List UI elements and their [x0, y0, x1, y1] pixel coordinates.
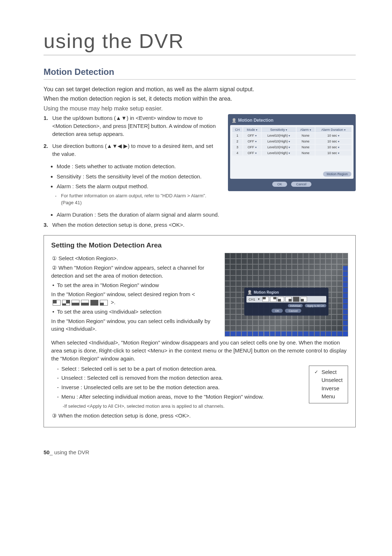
chapter-title: using the DVR — [44, 29, 356, 55]
motion-detection-table: CH Mode Sensitivity Alarm Alarm Duration… — [232, 126, 352, 156]
page-sep: _ — [50, 449, 53, 455]
page-footer: 50_ using the DVR — [44, 449, 356, 455]
inset-p1b: >. — [111, 299, 115, 305]
selected-row — [225, 331, 348, 337]
th-mode[interactable]: Mode — [243, 127, 261, 132]
th-sensitivity[interactable]: Sensitivity — [262, 127, 296, 132]
cell-alarm: None — [297, 150, 315, 156]
inset-p3: When selected <Individual>, "Motion Regi… — [51, 339, 348, 362]
dialog-title: Motion Detection — [238, 118, 273, 123]
inset-p1: In the "Motion Region" window, select de… — [51, 290, 216, 306]
shape-bottom-left-icon — [100, 300, 108, 306]
intro-line-2: When the motion detection region is set,… — [44, 95, 356, 103]
person-icon — [247, 290, 252, 294]
inset-step-1-text: Select <Motion Region>. — [58, 255, 118, 261]
dash-menu: Menu : After selecting individual motion… — [57, 393, 348, 401]
ok-button[interactable]: OK — [272, 182, 287, 187]
step-2: 2. Use direction buttons (▲▼◀ ▶) to move… — [44, 142, 219, 158]
cell-alarm: None — [297, 139, 315, 144]
inset-step-2: ②When "Motion Region" window appears, se… — [51, 264, 216, 280]
cell-alarm: None — [297, 133, 315, 138]
motion-region-button[interactable]: Motion Region — [323, 172, 351, 177]
circled-2: ② — [51, 264, 57, 272]
intro-note: Using the mouse may help make setup easi… — [44, 105, 356, 113]
cell-mode[interactable]: OFF — [243, 150, 261, 156]
inset-bullet-2: •To set the area using <Individual> sele… — [51, 308, 216, 316]
dash-inverse: Inverse : Unselected cells are set to be… — [57, 383, 348, 391]
apply-all-sub-note: If selected <Apply to All CH>, selected … — [51, 403, 348, 410]
cell-alarm: None — [297, 145, 315, 150]
inset-step-3-text: When the motion detection setup is done,… — [58, 412, 191, 419]
region-shape-icons — [53, 300, 108, 306]
alarm-sub-note: For further information on alarm output,… — [44, 193, 219, 206]
shape-top-left-icon — [53, 300, 61, 306]
mr-channel-label: CH1 — [249, 297, 255, 301]
step-1-text: Use the up/down buttons (▲▼) in <Event> … — [52, 115, 216, 137]
inset-bullet-2-text: To set the area using <Individual> selec… — [57, 309, 162, 315]
cell-sens[interactable]: Level10(High) — [262, 133, 296, 138]
step-3-num: 3. — [44, 221, 48, 229]
cell-ch: 3 — [232, 145, 242, 150]
footer-text: using the DVR — [53, 449, 89, 455]
th-ch: CH — [232, 127, 242, 132]
cell-ch: 1 — [232, 133, 242, 138]
step-1: 1. Use the up/down buttons (▲▼) in <Even… — [44, 114, 219, 138]
inset-step-2-text: When "Motion Region" window appears, sel… — [51, 265, 204, 279]
intro-line-1: You can set target detection region and … — [44, 85, 356, 93]
cell-mode[interactable]: OFF — [243, 145, 261, 150]
cell-dur[interactable]: 10 sec — [315, 150, 351, 156]
inset-p1a: In the "Motion Region" window, select de… — [51, 291, 195, 297]
table-row: 2 OFF Level10(High) None 10 sec — [232, 139, 351, 144]
chevron-down-icon[interactable]: ▼ — [257, 298, 260, 301]
person-icon — [232, 118, 237, 123]
th-alarm[interactable]: Alarm — [297, 127, 315, 132]
step-3-text: When the motion detection setup is done,… — [52, 222, 184, 228]
inset-step-1: ①Select <Motion Region>. — [51, 254, 216, 262]
bullet-duration: Alarm Duration : Sets the duration of al… — [57, 211, 356, 219]
bullet-sensitivity: Sensitivity : Sets the sensitivity level… — [57, 173, 219, 181]
cell-sens[interactable]: Level10(High) — [262, 139, 296, 144]
table-row: 1 OFF Level10(High) None 10 sec — [232, 133, 351, 138]
step-3: 3. When the motion detection setup is do… — [44, 221, 356, 229]
shape-bottom-icon — [72, 300, 79, 306]
cancel-button[interactable]: Cancel — [291, 182, 311, 187]
motion-detection-dialog: Motion Detection CH Mode Sensitivity Ala… — [228, 114, 356, 191]
cell-ch: 4 — [232, 150, 242, 156]
cell-dur[interactable]: 10 sec — [315, 145, 351, 150]
th-duration[interactable]: Alarm Duration — [315, 127, 351, 132]
inset-p2: In the "Motion Region" window, you can s… — [51, 317, 216, 333]
table-row: 3 OFF Level10(High) None 10 sec — [232, 145, 351, 150]
inset-bullet-1-text: To set the area in "Motion Region" windo… — [57, 282, 159, 288]
motion-region-dialog: Motion Region CH1 ▼ — [244, 287, 328, 315]
apply-all-ch-button[interactable]: Apply to All CH — [305, 304, 326, 307]
shape-diagonal-icon — [62, 300, 70, 306]
selected-column — [343, 266, 348, 337]
cell-mode[interactable]: OFF — [243, 139, 261, 144]
dash-unselect: Unselect : Selected cell is removed from… — [57, 374, 348, 382]
bullet-alarm: Alarm : Sets the alarm output method. — [57, 182, 219, 190]
intro-block: You can set target detection region and … — [44, 85, 356, 113]
dash-select: Select : Selected cell is set to be a pa… — [57, 365, 348, 373]
shape-full-icon — [90, 300, 98, 306]
step-2-text: Use direction buttons (▲▼◀ ▶) to move to… — [52, 143, 213, 157]
table-row: 4 OFF Level10(High) None 10 sec — [232, 150, 351, 156]
section-title: Motion Detection — [44, 67, 356, 80]
shape-bottom-half-icon — [81, 300, 89, 306]
mr-cancel-button[interactable]: Cancel — [285, 309, 301, 313]
circled-1: ① — [51, 254, 57, 262]
inset-bullet-1: •To set the area in "Motion Region" wind… — [51, 281, 216, 289]
mr-shape-selector[interactable] — [262, 297, 307, 302]
cell-dur[interactable]: 10 sec — [315, 139, 351, 144]
step-2-num: 2. — [44, 142, 48, 150]
cell-dur[interactable]: 10 sec — [315, 133, 351, 138]
individual-button[interactable]: Individual — [288, 304, 303, 307]
inset-box: Setting the Motion Detection Area ①Selec… — [44, 235, 356, 427]
page-number: 50 — [44, 449, 50, 455]
inset-step-3: ③When the motion detection setup is done… — [51, 412, 348, 420]
cell-sens[interactable]: Level10(High) — [262, 150, 296, 156]
cell-sens[interactable]: Level10(High) — [262, 145, 296, 150]
cell-mode[interactable]: OFF — [243, 133, 261, 138]
step-1-num: 1. — [44, 114, 48, 122]
mr-ok-button[interactable]: OK — [271, 309, 283, 313]
bullet-mode: Mode : Sets whether to activate motion d… — [57, 162, 219, 170]
